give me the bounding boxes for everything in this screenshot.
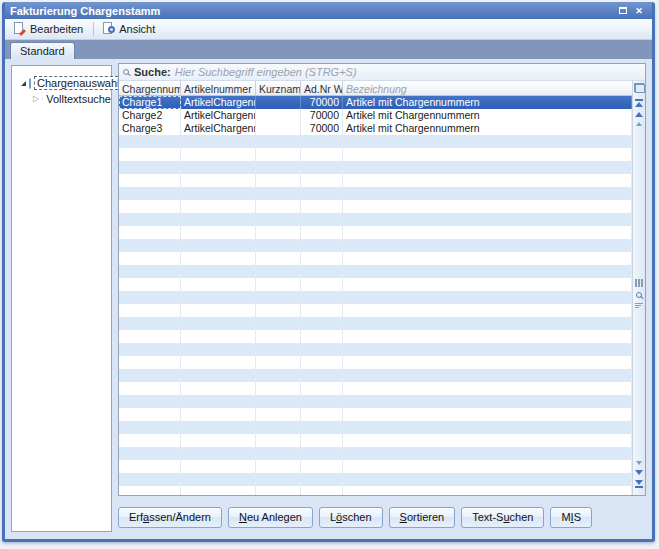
table-cell[interactable]: [256, 96, 301, 109]
table-row[interactable]: [119, 408, 632, 421]
table-cell[interactable]: [119, 135, 181, 148]
search-input[interactable]: [175, 66, 641, 78]
table-cell[interactable]: [301, 343, 343, 356]
table-cell[interactable]: [301, 408, 343, 421]
table-cell[interactable]: [181, 304, 256, 317]
table-cell[interactable]: [343, 200, 632, 213]
table-cell[interactable]: [119, 187, 181, 200]
table-cell[interactable]: [181, 200, 256, 213]
table-cell[interactable]: [301, 174, 343, 187]
table-cell[interactable]: [343, 460, 632, 473]
table-row[interactable]: [119, 460, 632, 473]
table-cell[interactable]: [256, 447, 301, 460]
table-cell[interactable]: [119, 226, 181, 239]
table-cell[interactable]: [301, 161, 343, 174]
table-cell[interactable]: [119, 174, 181, 187]
table-cell[interactable]: [181, 369, 256, 382]
table-cell[interactable]: [256, 408, 301, 421]
table-cell[interactable]: [301, 252, 343, 265]
table-cell[interactable]: [301, 200, 343, 213]
table-cell[interactable]: [256, 122, 301, 135]
table-cell[interactable]: [343, 382, 632, 395]
column-header-chargennummer[interactable]: Chargennummer ▼: [119, 81, 181, 95]
loeschen-button[interactable]: Löschen: [319, 507, 383, 528]
table-cell[interactable]: [181, 317, 256, 330]
table-cell[interactable]: [301, 434, 343, 447]
table-cell[interactable]: [343, 291, 632, 304]
column-header-kurzname[interactable]: Kurzname: [256, 81, 301, 95]
table-cell[interactable]: [119, 434, 181, 447]
table-cell[interactable]: [181, 382, 256, 395]
table-cell[interactable]: [301, 226, 343, 239]
table-cell[interactable]: [343, 148, 632, 161]
table-cell[interactable]: [119, 408, 181, 421]
table-cell[interactable]: [301, 148, 343, 161]
table-cell[interactable]: [301, 291, 343, 304]
table-cell[interactable]: [256, 395, 301, 408]
table-row[interactable]: [119, 395, 632, 408]
table-cell[interactable]: [343, 473, 632, 486]
table-row[interactable]: Charge3ArtikelChargennumme70000Artikel m…: [119, 122, 632, 135]
table-cell[interactable]: [256, 187, 301, 200]
table-row[interactable]: [119, 486, 632, 495]
table-cell[interactable]: [301, 135, 343, 148]
table-cell[interactable]: [119, 421, 181, 434]
ansicht-button[interactable]: Ansicht: [98, 21, 161, 37]
table-cell[interactable]: [119, 460, 181, 473]
table-cell[interactable]: [181, 252, 256, 265]
table-row[interactable]: [119, 330, 632, 343]
table-cell[interactable]: [181, 447, 256, 460]
zoom-icon[interactable]: [636, 292, 642, 298]
table-row[interactable]: [119, 434, 632, 447]
table-cell[interactable]: [119, 330, 181, 343]
table-cell[interactable]: [256, 356, 301, 369]
table-cell[interactable]: [256, 226, 301, 239]
table-cell[interactable]: [181, 460, 256, 473]
table-cell[interactable]: [256, 434, 301, 447]
table-row[interactable]: [119, 343, 632, 356]
neu-anlegen-button[interactable]: Neu Anlegen: [228, 507, 313, 528]
table-cell[interactable]: ArtikelChargennumme: [181, 122, 256, 135]
tab-standard[interactable]: Standard: [10, 42, 75, 59]
expander-open-icon[interactable]: [21, 81, 26, 86]
table-cell[interactable]: [256, 239, 301, 252]
table-row[interactable]: [119, 187, 632, 200]
scroll-up-small-icon[interactable]: [636, 122, 642, 126]
table-cell[interactable]: [256, 161, 301, 174]
table-cell[interactable]: [181, 278, 256, 291]
table-cell[interactable]: [119, 252, 181, 265]
table-cell[interactable]: [119, 473, 181, 486]
table-cell[interactable]: [119, 265, 181, 278]
table-cell[interactable]: [119, 148, 181, 161]
table-cell[interactable]: [119, 447, 181, 460]
table-cell[interactable]: [181, 434, 256, 447]
table-cell[interactable]: [343, 265, 632, 278]
table-cell[interactable]: [343, 434, 632, 447]
table-row[interactable]: [119, 200, 632, 213]
table-cell[interactable]: [301, 239, 343, 252]
table-cell[interactable]: [181, 486, 256, 495]
table-cell[interactable]: [301, 382, 343, 395]
table-cell[interactable]: [301, 395, 343, 408]
table-cell[interactable]: [343, 252, 632, 265]
close-button[interactable]: ✕: [631, 4, 647, 17]
scroll-down-icon[interactable]: [635, 470, 643, 475]
table-cell[interactable]: [181, 239, 256, 252]
table-cell[interactable]: [181, 226, 256, 239]
bearbeiten-button[interactable]: Bearbeiten: [9, 21, 89, 37]
table-row[interactable]: [119, 304, 632, 317]
column-chooser-icon[interactable]: [634, 83, 645, 93]
scroll-up-icon[interactable]: [635, 112, 643, 117]
table-cell[interactable]: 70000: [301, 109, 343, 122]
table-row[interactable]: [119, 265, 632, 278]
table-cell[interactable]: [301, 486, 343, 495]
tree-item-chargenauswahl[interactable]: Chargenauswahl: [12, 75, 111, 91]
scroll-down-small-icon[interactable]: [636, 461, 642, 465]
column-header-adnrwe[interactable]: Ad.Nr WE: [301, 81, 343, 95]
table-cell[interactable]: [301, 265, 343, 278]
mis-button[interactable]: MIS: [550, 507, 592, 528]
table-cell[interactable]: [301, 447, 343, 460]
table-cell[interactable]: [119, 317, 181, 330]
table-cell[interactable]: [181, 135, 256, 148]
table-cell[interactable]: [119, 395, 181, 408]
